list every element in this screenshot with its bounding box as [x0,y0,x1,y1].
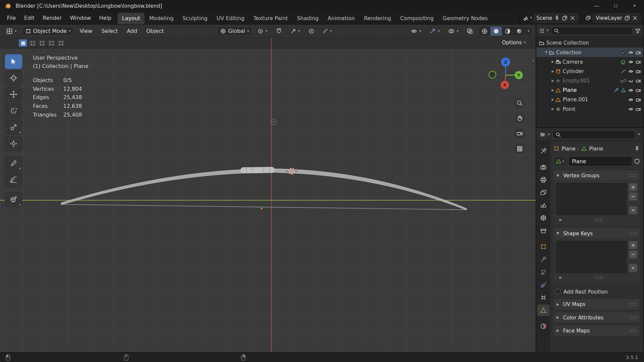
hide-eye-icon[interactable] [628,59,634,65]
scene-unlink-icon[interactable] [570,15,576,21]
add-rest-position-checkbox[interactable] [555,289,561,294]
scene-datablock-icon[interactable] [523,15,529,21]
vertex-groups-list[interactable] [556,183,627,215]
scene-name[interactable]: Scene [537,15,552,21]
properties-search[interactable] [552,130,635,138]
panel-grip[interactable] [629,316,637,319]
menu-window[interactable]: Window [66,13,95,22]
list-resize-grip[interactable] [595,276,603,279]
menu-add[interactable]: Add [123,26,140,36]
face-maps-panel-header[interactable]: ▶ Face Maps [554,325,640,336]
menu-view[interactable]: View [76,26,96,36]
shading-solid-button[interactable] [491,26,502,36]
workspace-tab-rendering[interactable]: Rendering [359,13,395,24]
collection-checkbox[interactable]: ✓ [622,50,627,55]
render-restrict-icon[interactable] [635,59,641,65]
viewport-canvas[interactable]: Options ▾ ‹ User Perspective (1) Collect… [0,38,536,352]
shape-key-specials-dropdown[interactable]: ▾ [629,264,638,272]
list-filter-toggle[interactable]: ▶ [559,276,562,279]
properties-editor-type-icon[interactable] [540,131,545,137]
view-layer-icon[interactable] [585,15,591,21]
shape-key-add-button[interactable]: + [629,241,638,249]
scene-pin-icon[interactable] [554,15,560,21]
xray-toggle[interactable] [464,26,476,36]
panel-grip[interactable] [629,329,637,333]
view-layer-new-icon[interactable] [624,15,630,21]
list-filter-toggle[interactable]: ▶ [559,218,562,222]
list-resize-grip[interactable] [595,218,603,222]
workspace-tab-layout[interactable]: Layout [117,13,145,24]
outliner-row-plane-001[interactable]: ▶ Plane.001 [536,95,643,104]
scene-new-icon[interactable] [562,15,568,21]
properties-tab-world[interactable] [537,212,550,224]
workspace-tab-modeling[interactable]: Modeling [145,13,178,24]
outliner-row-cylinder[interactable]: ▶ Cylinder [536,66,643,76]
menu-object[interactable]: Object [143,26,167,36]
menu-render[interactable]: Render [39,13,65,22]
properties-tab-object-data[interactable] [537,305,550,316]
menu-select[interactable]: Select [98,26,121,36]
tool-transform[interactable] [5,136,22,151]
mesh-name-input[interactable] [568,157,632,166]
outliner-search-input[interactable] [561,28,630,34]
hide-eye-icon[interactable] [628,87,634,93]
maximize-button[interactable]: □ [606,0,625,11]
panel-grip[interactable] [629,231,637,235]
mesh-datablock-dropdown[interactable]: ▾ [554,157,566,166]
properties-tab-scene[interactable] [537,199,550,211]
snap-toggle[interactable] [273,26,285,36]
navigation-gizmo[interactable]: Z Y X [486,56,525,95]
options-dropdown[interactable]: Options ▾ [502,40,526,46]
workspace-tab-geometry-nodes[interactable]: Geometry Nodes [438,13,492,24]
workspace-tab-sculpting[interactable]: Sculpting [178,13,212,24]
outliner-search[interactable] [550,26,633,35]
gizmos-toggle[interactable]: ▾ [427,26,443,36]
tool-select-box[interactable] [5,54,22,69]
render-restrict-icon[interactable] [635,106,641,112]
panel-grip[interactable] [629,173,637,177]
filter-icon[interactable] [635,28,641,34]
menu-help[interactable]: Help [96,13,115,22]
panel-grip[interactable] [629,302,637,306]
render-restrict-icon[interactable] [635,68,641,74]
editor-type-button[interactable]: ▾ [3,26,19,36]
fake-user-shield-icon[interactable] [634,159,640,164]
zoom-button[interactable] [514,98,525,108]
hide-eye-icon[interactable] [628,106,634,112]
properties-search-input[interactable] [562,131,633,137]
workspace-tab-uv-editing[interactable]: UV Editing [212,13,249,24]
shading-wireframe-button[interactable] [479,26,490,36]
uv-maps-panel-header[interactable]: ▶ UV Maps [554,299,640,310]
render-restrict-icon[interactable] [635,87,641,93]
workspace-tab-texture-paint[interactable]: Texture Paint [249,13,292,24]
snap-settings-dropdown[interactable]: ▾ [287,27,303,35]
visibility-dropdown[interactable]: ▾ [408,26,424,36]
properties-tab-particles[interactable] [537,266,550,278]
outliner-editor-type-icon[interactable] [539,28,545,34]
properties-tab-modifiers[interactable] [537,254,550,265]
outliner-row-plane[interactable]: ▶ Plane [536,85,643,95]
breadcrumb-object[interactable]: Plane [561,145,576,152]
outliner-row-scene-collection[interactable]: Scene Collection [536,38,643,48]
render-restrict-icon[interactable] [635,78,641,83]
vertex-group-add-button[interactable]: + [629,183,638,191]
properties-tab-object[interactable] [537,241,550,252]
view-layer-remove-icon[interactable] [632,15,638,21]
tool-move[interactable] [5,87,22,102]
tool-cursor[interactable] [5,71,22,85]
pan-hand-button[interactable] [514,113,525,124]
select-mode-subtract[interactable] [38,40,46,47]
close-button[interactable]: × [625,0,644,11]
tool-rotate[interactable] [5,104,22,118]
properties-tab-output[interactable] [537,174,550,185]
select-mode-new[interactable] [19,40,27,47]
shading-material-button[interactable] [502,26,514,36]
collection-hide-icon[interactable] [628,50,634,55]
outliner-row-camera[interactable]: ▶ Camera [536,57,643,66]
collection-render-icon[interactable] [635,50,641,55]
shape-keys-panel-header[interactable]: ▼ Shape Keys [554,228,640,238]
properties-tab-physics[interactable] [537,279,550,291]
outliner-row-empty-001[interactable]: ▶ Empty.001 [536,76,643,85]
tool-add-cube[interactable] [5,192,22,207]
render-restrict-icon[interactable] [635,97,641,102]
